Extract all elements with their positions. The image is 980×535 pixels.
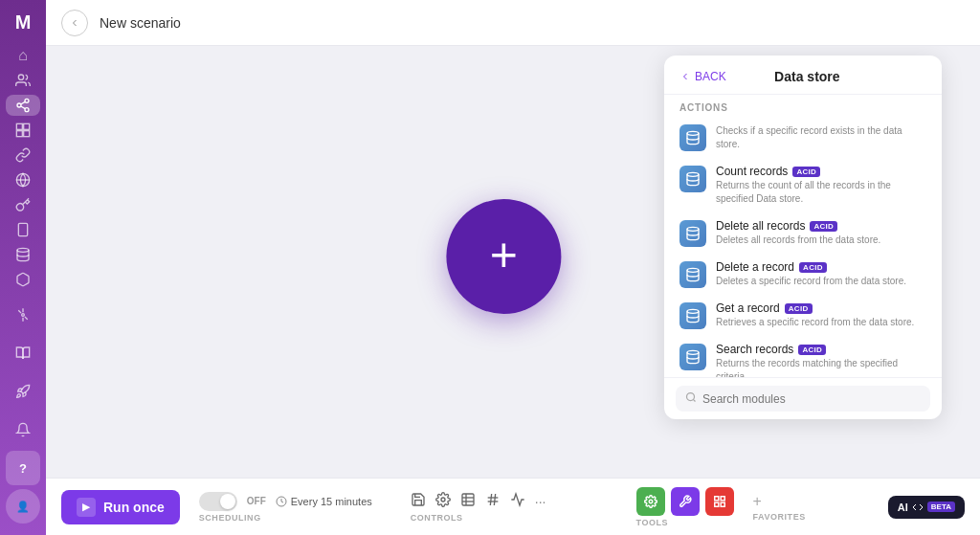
module-desc: Deletes a specific record from the data … xyxy=(716,275,926,288)
module-desc: Deletes all records from the data store. xyxy=(716,234,926,247)
svg-point-3 xyxy=(25,108,29,112)
list-item[interactable]: Delete all records ACID Deletes all reco… xyxy=(664,212,942,254)
module-icon-delete-all xyxy=(679,220,706,247)
play-icon: ▶ xyxy=(77,498,96,517)
back-button[interactable] xyxy=(61,10,88,36)
notes-icon[interactable] xyxy=(460,492,476,511)
svg-rect-41 xyxy=(721,496,724,500)
sidebar-item-bell[interactable] xyxy=(6,412,40,447)
list-item[interactable]: Count records ACID Returns the count of … xyxy=(664,158,942,212)
scenario-canvas[interactable]: + BACK Data store ACTIONS xyxy=(46,46,980,478)
module-name: Delete all records xyxy=(716,219,805,233)
settings-icon[interactable] xyxy=(435,492,451,511)
module-info: Checks if a specific record exists in th… xyxy=(716,123,926,151)
add-module-button[interactable]: + xyxy=(446,199,561,314)
svg-line-19 xyxy=(25,317,28,320)
scheduling-label: SCHEDULING xyxy=(199,513,372,523)
sidebar-item-book[interactable] xyxy=(6,336,40,370)
module-info: Search records ACID Returns the records … xyxy=(716,343,926,377)
more-icon[interactable]: ··· xyxy=(535,494,546,509)
run-once-button[interactable]: ▶ Run once xyxy=(61,490,180,524)
acid-badge: ACID xyxy=(798,345,826,355)
sidebar-item-rocket[interactable] xyxy=(6,374,40,409)
module-desc: Returns the count of all the records in … xyxy=(716,179,926,206)
add-favorite-button[interactable]: + xyxy=(753,493,762,510)
panel-search-bar xyxy=(664,377,942,419)
sidebar-item-webhooks[interactable] xyxy=(6,145,40,166)
svg-line-28 xyxy=(693,399,695,401)
sidebar-item-connections[interactable] xyxy=(6,95,40,116)
route-icon[interactable] xyxy=(510,492,525,511)
run-once-label: Run once xyxy=(103,500,165,515)
data-store-panel: BACK Data store ACTIONS Checks if a spec… xyxy=(664,56,942,419)
ai-button[interactable]: AI BETA xyxy=(888,496,965,519)
sidebar-item-mobile[interactable] xyxy=(6,219,40,240)
sidebar-item-globe[interactable] xyxy=(6,169,40,190)
controls-section: ··· CONTROLS xyxy=(411,492,546,523)
sidebar-item-user-avatar[interactable]: 👤 xyxy=(6,489,40,524)
panel-header: BACK Data store xyxy=(664,56,942,95)
module-info: Count records ACID Returns the count of … xyxy=(716,165,926,206)
svg-point-27 xyxy=(687,393,695,401)
panel-title: Data store xyxy=(726,69,888,84)
svg-point-2 xyxy=(17,103,21,107)
svg-point-21 xyxy=(687,172,699,176)
tools-label: TOOLS xyxy=(636,518,734,527)
module-icon-exists xyxy=(679,124,706,151)
beta-badge: BETA xyxy=(927,502,955,512)
back-label: BACK xyxy=(695,70,726,83)
list-item[interactable]: Checks if a specific record exists in th… xyxy=(664,117,942,158)
sidebar-item-help[interactable]: ? xyxy=(6,451,40,485)
sidebar-item-box[interactable] xyxy=(6,269,40,290)
acid-badge: ACID xyxy=(785,303,813,314)
toggle-knob xyxy=(220,494,235,509)
sidebar-item-home[interactable]: ⌂ xyxy=(6,45,40,66)
list-item[interactable]: Search records ACID Returns the records … xyxy=(664,336,942,377)
svg-rect-6 xyxy=(16,123,22,129)
module-desc: Checks if a specific record exists in th… xyxy=(716,124,926,151)
search-inner xyxy=(676,386,930,412)
module-info: Delete all records ACID Deletes all reco… xyxy=(716,219,926,247)
app-logo: M xyxy=(8,11,38,33)
svg-point-24 xyxy=(687,309,699,313)
module-desc: Returns the records matching the specifi… xyxy=(716,357,926,377)
search-icon xyxy=(685,391,697,406)
topbar: New scenario xyxy=(46,0,980,46)
scheduling-toggle[interactable] xyxy=(199,492,237,511)
svg-line-38 xyxy=(494,494,495,505)
svg-point-23 xyxy=(687,268,699,272)
list-item[interactable]: Delete a record ACID Deletes a specific … xyxy=(664,254,942,295)
list-item[interactable]: Get a record ACID Retrieves a specific r… xyxy=(664,295,942,336)
sidebar-item-database[interactable] xyxy=(6,244,40,265)
module-info: Get a record ACID Retrieves a specific r… xyxy=(716,301,926,329)
favorites-section: + FAVORITES xyxy=(753,493,806,522)
svg-point-20 xyxy=(687,131,699,135)
module-icon-delete-record xyxy=(679,261,706,288)
search-input[interactable] xyxy=(702,392,921,406)
sidebar-item-users[interactable] xyxy=(6,70,40,91)
sidebar-item-keys[interactable] xyxy=(6,194,40,215)
tool-button-red[interactable] xyxy=(705,487,734,516)
bottombar: ▶ Run once OFF Every 15 minutes SCHEDULI… xyxy=(46,478,980,535)
module-name: Delete a record xyxy=(716,260,794,274)
module-desc: Retrieves a specific record from the dat… xyxy=(716,316,926,329)
sidebar-item-flow[interactable] xyxy=(6,298,40,332)
panel-back-button[interactable]: BACK xyxy=(679,70,726,83)
autoalign-icon[interactable] xyxy=(485,492,501,511)
sidebar-item-apps[interactable] xyxy=(6,120,40,141)
module-icon-search-records xyxy=(679,344,706,370)
panel-section-label: ACTIONS xyxy=(664,95,942,117)
save-icon[interactable] xyxy=(411,492,426,511)
module-name: Search records xyxy=(716,343,793,356)
acid-badge: ACID xyxy=(799,262,827,273)
module-name: Get a record xyxy=(716,301,780,315)
tool-button-green[interactable] xyxy=(636,487,665,516)
svg-point-15 xyxy=(22,314,25,317)
svg-rect-7 xyxy=(24,123,30,129)
svg-point-39 xyxy=(649,500,653,503)
svg-rect-40 xyxy=(714,496,718,500)
svg-line-4 xyxy=(21,106,26,109)
module-name: Count records xyxy=(716,165,788,178)
svg-rect-42 xyxy=(721,502,724,506)
tool-button-purple[interactable] xyxy=(671,487,700,516)
